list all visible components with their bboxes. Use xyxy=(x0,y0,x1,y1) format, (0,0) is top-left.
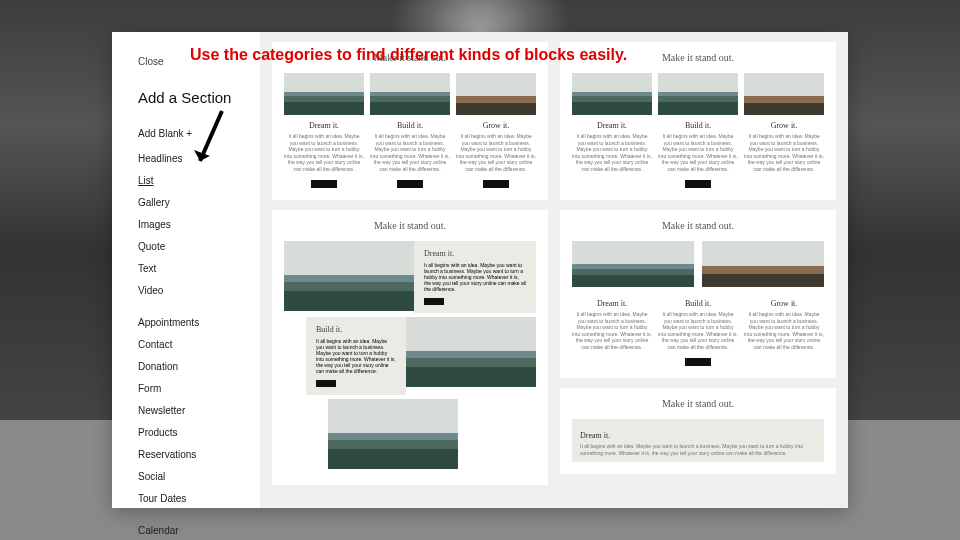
col-text: It all begins with an idea. Maybe you wa… xyxy=(658,311,738,350)
cta-button xyxy=(424,298,444,305)
col-head: Dream it. xyxy=(424,249,526,258)
section-preview[interactable]: Make it stand out. Dream it. It all begi… xyxy=(560,388,836,474)
category-social[interactable]: Social xyxy=(138,471,260,482)
col-head: Dream it. xyxy=(572,299,652,308)
col-text: It all begins with an idea. Maybe you wa… xyxy=(456,133,536,172)
col-head: Dream it. xyxy=(284,121,364,130)
cta-button xyxy=(483,180,509,188)
col-head: Grow it. xyxy=(456,121,536,130)
col-text: It all begins with an idea. Maybe you wa… xyxy=(284,133,364,172)
category-products[interactable]: Products xyxy=(138,427,260,438)
col-head: Grow it. xyxy=(744,121,824,130)
col-head: Build it. xyxy=(658,299,738,308)
col-head: Dream it. xyxy=(580,431,816,440)
cta-button xyxy=(311,180,337,188)
preview-heading: Make it stand out. xyxy=(284,220,536,231)
gallery-column-right: Make it stand out. Dream it.It all begin… xyxy=(560,42,836,498)
category-text[interactable]: Text xyxy=(138,263,260,274)
category-images[interactable]: Images xyxy=(138,219,260,230)
col-head: Grow it. xyxy=(744,299,824,308)
category-form[interactable]: Form xyxy=(138,383,260,394)
section-gallery: Make it stand out. Dream it.It all begin… xyxy=(260,32,848,508)
col-text: It all begins with an idea. Maybe you wa… xyxy=(424,262,526,292)
cta-button xyxy=(685,180,711,188)
col-text: It all begins with an idea. Maybe you wa… xyxy=(744,133,824,172)
category-contact[interactable]: Contact xyxy=(138,339,260,350)
category-headlines[interactable]: Headlines xyxy=(138,153,260,164)
category-reservations[interactable]: Reservations xyxy=(138,449,260,460)
category-newsletter[interactable]: Newsletter xyxy=(138,405,260,416)
section-preview[interactable]: Make it stand out. Dream it.It all begin… xyxy=(560,210,836,378)
section-preview[interactable]: Make it stand out. Dream it.It all begin… xyxy=(560,42,836,200)
col-text: It all begins with an idea. Maybe you wa… xyxy=(580,443,816,456)
preview-heading: Make it stand out. xyxy=(572,220,824,231)
col-head: Build it. xyxy=(316,325,396,334)
tutorial-annotation: Use the categories to find different kin… xyxy=(190,46,627,64)
col-head: Build it. xyxy=(658,121,738,130)
add-blank-button[interactable]: Add Blank + xyxy=(138,128,260,139)
col-text: It all begins with an idea. Maybe you wa… xyxy=(744,311,824,350)
col-text: It all begins with an idea. Maybe you wa… xyxy=(658,133,738,172)
col-text: It all begins with an idea. Maybe you wa… xyxy=(316,338,396,374)
category-quote[interactable]: Quote xyxy=(138,241,260,252)
category-donation[interactable]: Donation xyxy=(138,361,260,372)
sidebar-title: Add a Section xyxy=(138,89,260,106)
preview-heading: Make it stand out. xyxy=(572,398,824,409)
category-tour-dates[interactable]: Tour Dates xyxy=(138,493,260,504)
section-preview[interactable]: Make it stand out. Dream it.It all begin… xyxy=(272,42,548,200)
gallery-column-left: Make it stand out. Dream it.It all begin… xyxy=(272,42,548,498)
add-section-modal: Close Add a Section Add Blank + Headline… xyxy=(112,32,848,508)
category-list[interactable]: List xyxy=(138,175,260,186)
sidebar: Close Add a Section Add Blank + Headline… xyxy=(112,32,260,508)
col-text: It all begins with an idea. Maybe you wa… xyxy=(572,311,652,350)
category-calendar[interactable]: Calendar xyxy=(138,525,260,536)
category-video[interactable]: Video xyxy=(138,285,260,296)
cta-button xyxy=(316,380,336,387)
col-text: It all begins with an idea. Maybe you wa… xyxy=(370,133,450,172)
cta-button xyxy=(397,180,423,188)
col-head: Dream it. xyxy=(572,121,652,130)
col-head: Build it. xyxy=(370,121,450,130)
col-text: It all begins with an idea. Maybe you wa… xyxy=(572,133,652,172)
category-appointments[interactable]: Appointments xyxy=(138,317,260,328)
category-gallery[interactable]: Gallery xyxy=(138,197,260,208)
cta-button xyxy=(685,358,711,366)
section-preview[interactable]: Make it stand out. Dream it.It all begin… xyxy=(272,210,548,485)
